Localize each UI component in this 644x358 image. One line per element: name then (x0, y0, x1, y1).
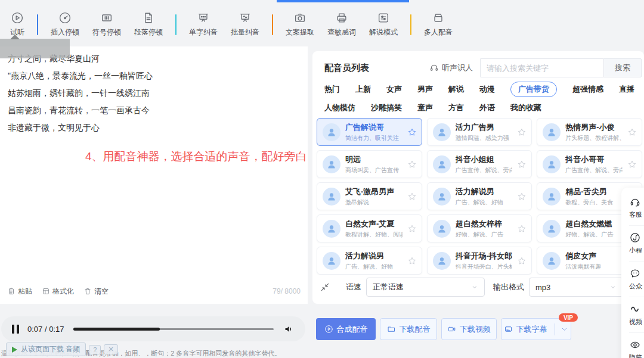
speed-select[interactable]: 正常语速 (366, 278, 485, 297)
side-menu-item[interactable]: 公众 (629, 267, 644, 297)
category-tag[interactable]: 女声 (386, 84, 402, 95)
avatar (543, 155, 561, 173)
voice-card[interactable]: 活力广告男 激情四溢、感染力强 (427, 118, 532, 146)
search-input[interactable] (480, 58, 603, 77)
toolbar-item[interactable]: 单字纠音 (182, 11, 224, 38)
category-tag[interactable]: 直播 (619, 84, 634, 95)
category-tag[interactable]: 动漫 (479, 84, 495, 95)
category-tag[interactable]: 超强情感 (572, 84, 603, 95)
voice-card[interactable]: 抖音小哥哥 广告宣传、解说、旁白 (537, 150, 642, 178)
avatar (433, 220, 451, 238)
volume-icon[interactable] (283, 323, 295, 335)
voice-card[interactable]: 抖音小姐姐 广告宣传、解说、旁白 (427, 150, 532, 178)
avatar (323, 220, 340, 238)
editor-action[interactable]: 清空 (83, 287, 109, 297)
voice-card[interactable]: 热情男声-小俊 片头标题、教程讲解、游... (537, 118, 642, 146)
listen-identify-button[interactable]: 听声识人 (429, 63, 473, 73)
category-tag[interactable]: 方言 (448, 102, 464, 113)
favorite-star-icon[interactable] (517, 160, 527, 169)
person-icon (546, 256, 557, 266)
category-tag[interactable]: 童声 (417, 102, 433, 113)
category-tag[interactable]: 人物模仿 (324, 102, 355, 113)
favorite-star-icon[interactable] (517, 127, 527, 137)
toolbar-item[interactable]: 文案提取 (279, 11, 321, 38)
favorite-star-icon[interactable] (517, 224, 527, 234)
script-editor-panel: 方寸之间，藏尽华夏山河"燕京八绝，景泰流光，一丝一釉皆匠心姑苏烟雨，绣针藏韵，一… (0, 46, 308, 304)
toolbar-item[interactable]: 解说模式 (363, 11, 404, 38)
doc-icon (142, 11, 155, 24)
audio-player: 0:07 / 0:17 (1, 316, 305, 341)
voice-desc: 好物、解说、广告 (456, 231, 513, 239)
voice-desc: 广告宣传、解说、旁白 (565, 166, 623, 175)
side-menu-item[interactable]: 小程 (629, 232, 644, 262)
favorite-star-icon[interactable] (627, 127, 637, 137)
category-tag[interactable]: 热门 (324, 84, 340, 95)
category-tag[interactable]: 沙雕搞笑 (371, 102, 402, 113)
toolbar-item[interactable]: 试听 (4, 11, 31, 38)
subtitle-icon (504, 325, 513, 334)
favorite-star-icon[interactable] (407, 192, 417, 201)
side-menu-item[interactable]: 隐藏 (629, 339, 644, 358)
download-audio-button[interactable]: 下载配音 (380, 318, 437, 340)
ext-help-button[interactable]: ? (89, 345, 101, 354)
toolbar-item[interactable]: 符号停顿 (86, 11, 128, 38)
voice-card[interactable]: 自然女声-艾夏 教程讲解、好物、阅读 (317, 214, 422, 242)
script-text-area[interactable]: 方寸之间，藏尽华夏山河"燕京八绝，景泰流光，一丝一釉皆匠心姑苏烟雨，绣针藏韵，一… (0, 46, 308, 136)
voice-name: 活力广告男 (456, 122, 513, 133)
category-tag[interactable]: 解说 (448, 84, 464, 95)
toolbar-item-label: 查敏感词 (327, 27, 356, 38)
favorite-star-icon[interactable] (407, 127, 417, 137)
download-video-button[interactable]: 下载视频 (441, 318, 497, 340)
category-tag[interactable]: 广告带货 (510, 82, 557, 97)
voice-desc: 广告宣传、解说、旁白 (456, 166, 513, 175)
side-menu-item[interactable]: 客服 (629, 196, 644, 226)
synthesize-button[interactable]: 合成配音 (316, 318, 376, 340)
voice-card[interactable]: 抖音开场-抖女郎 抖音开场旁白、片头标题 (427, 247, 532, 275)
favorite-star-icon[interactable] (517, 192, 527, 201)
category-tag[interactable]: 男声 (417, 84, 433, 95)
voice-card[interactable]: 活力解说男 广告、解说、好物 (317, 247, 422, 275)
bottom-actions: 合成配音 下载配音 下载视频 下载字幕 VIP (316, 318, 571, 340)
voice-card[interactable]: 明远 商场叫卖、广告宣传 (317, 150, 422, 178)
avatar (543, 123, 561, 141)
collapse-icon[interactable] (320, 282, 330, 292)
chevron-down-icon[interactable] (560, 325, 569, 334)
toolbar-group-divider (272, 14, 273, 35)
voiceover-app: 试听 插入停顿 符号停顿 段落停顿 单字纠音 (0, 0, 644, 358)
favorite-star-icon[interactable] (407, 256, 417, 266)
editor-action[interactable]: 格式化 (42, 287, 74, 297)
voice-card[interactable]: 活力解说男 广告、解说、好物 (427, 182, 532, 210)
category-tag[interactable]: 我的收藏 (510, 102, 541, 113)
avatar (323, 155, 340, 173)
person-icon (326, 191, 337, 202)
trash-icon (83, 287, 92, 295)
favorite-star-icon[interactable] (627, 160, 637, 169)
voice-card[interactable]: 超自然女梓梓 好物、解说、广告 (427, 214, 532, 242)
download-subtitle-button[interactable]: 下载字幕 VIP (501, 318, 571, 340)
ext-download-button[interactable]: 从该页面下载 音频 (6, 343, 86, 356)
editor-action[interactable]: 粘贴 (7, 287, 32, 297)
category-tag[interactable]: 外语 (479, 102, 495, 113)
voice-desc: 教程、旁白、美食 (565, 198, 623, 207)
format-select[interactable]: mp3 (529, 278, 623, 297)
voice-card[interactable]: 艾飞-激昂男声 激昂解说 (317, 182, 422, 210)
side-menu-item[interactable]: 视频 (629, 303, 644, 333)
toolbar-item[interactable]: 查敏感词 (321, 11, 363, 38)
person-icon (436, 127, 447, 138)
voice-card[interactable]: 广告解说哥 简洁有力、吸引关注 (317, 118, 422, 146)
favorite-star-icon[interactable] (517, 256, 527, 266)
pause-icon[interactable] (12, 325, 19, 334)
category-tags: 热门上新女声男声解说动漫广告带货超强情感直播 人物模仿沙雕搞笑童声方言外语我的收… (324, 81, 639, 116)
progress-bar[interactable] (73, 327, 274, 331)
toolbar-item[interactable]: 多人配音 (417, 11, 459, 38)
favorite-star-icon[interactable] (407, 224, 417, 234)
category-tag[interactable]: 上新 (355, 84, 371, 95)
ext-close-button[interactable]: ✕ (104, 344, 117, 354)
search-button[interactable]: 搜索 (603, 58, 642, 77)
favorite-star-icon[interactable] (407, 160, 417, 169)
player-progress-fill (73, 328, 159, 331)
format-value: mp3 (535, 283, 550, 292)
toolbar-item[interactable]: 段落停顿 (128, 11, 169, 38)
toolbar-item[interactable]: 插入停顿 (44, 11, 86, 38)
toolbar-item[interactable]: 批量纠音 (224, 11, 266, 38)
